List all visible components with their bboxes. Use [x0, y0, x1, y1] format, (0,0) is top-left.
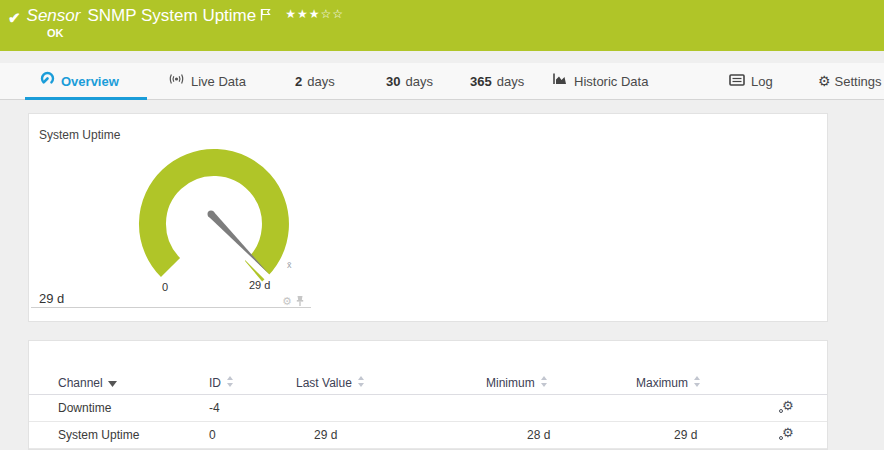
- object-kind-label: Sensor: [27, 6, 81, 26]
- tab-bar: Overview Live Data 2days 30days 365days …: [0, 63, 884, 100]
- tab-live-data-label: Live Data: [191, 74, 246, 89]
- tab-365-days[interactable]: 365days: [470, 63, 524, 100]
- channel-settings-icon[interactable]: ⚙: [779, 428, 795, 443]
- uptime-gauge-chart: [29, 114, 349, 314]
- cell-id: 0: [209, 428, 296, 442]
- sort-icon: [540, 375, 548, 391]
- tab-365-days-label: days: [497, 74, 524, 89]
- broadcast-icon: [168, 63, 185, 100]
- gauge-pin-icon[interactable]: [295, 295, 305, 309]
- cell-minimum: 28 d: [486, 428, 636, 442]
- chart-icon: [552, 63, 568, 100]
- column-header-channel-label: Channel: [58, 376, 103, 390]
- tab-settings[interactable]: ⚙Settings: [818, 63, 882, 100]
- tab-30-days-number: 30: [386, 74, 400, 89]
- status-check-icon: ✔: [8, 9, 21, 27]
- tab-2-days[interactable]: 2days: [295, 63, 335, 100]
- sort-icon: [357, 375, 365, 391]
- active-tab-indicator: [25, 97, 147, 100]
- flag-icon[interactable]: [260, 7, 271, 25]
- tab-historic-data-label: Historic Data: [574, 74, 648, 89]
- table-row[interactable]: System Uptime 0 29 d 28 d 29 d ⚙: [29, 422, 828, 449]
- gauge-scale-min: 0: [162, 281, 168, 293]
- column-header-id-label: ID: [209, 376, 221, 390]
- gauge-marker-label: x̄: [287, 260, 292, 270]
- stars-filled: ★★★: [285, 7, 320, 21]
- gauge-settings-gear-icon[interactable]: ⚙: [282, 295, 292, 309]
- cell-channel[interactable]: Downtime: [58, 401, 209, 415]
- column-header-last-value[interactable]: Last Value: [296, 375, 486, 391]
- log-icon: [729, 63, 745, 100]
- gauge-panel: System Uptime x̄ 0 29 d 29 d ⚙: [28, 113, 828, 322]
- column-header-maximum-label: Maximum: [636, 376, 688, 390]
- tab-overview[interactable]: Overview: [40, 63, 119, 100]
- tab-365-days-number: 365: [470, 74, 492, 89]
- column-header-last-value-label: Last Value: [296, 376, 352, 390]
- tab-live-data[interactable]: Live Data: [168, 63, 246, 100]
- column-header-minimum[interactable]: Minimum: [486, 375, 636, 391]
- tab-historic-data[interactable]: Historic Data: [552, 63, 648, 100]
- tab-30-days[interactable]: 30days: [386, 63, 433, 100]
- column-header-maximum[interactable]: Maximum: [636, 375, 779, 391]
- gauge-icon: [40, 63, 55, 100]
- column-header-id[interactable]: ID: [209, 375, 296, 391]
- sensor-header: ✔ Sensor SNMP System Uptime ★★★☆☆ OK: [0, 0, 884, 51]
- tab-overview-label: Overview: [61, 74, 119, 89]
- priority-star-rating[interactable]: ★★★☆☆: [285, 7, 344, 21]
- gauge-divider: [31, 307, 311, 308]
- channel-settings-icon[interactable]: ⚙: [779, 401, 795, 416]
- gauge-current-value: 29 d: [39, 291, 64, 306]
- sort-desc-icon: [108, 376, 117, 390]
- page-title: SNMP System Uptime: [87, 6, 256, 26]
- cell-maximum: 29 d: [636, 428, 779, 442]
- tab-settings-label: Settings: [835, 74, 882, 89]
- column-header-channel[interactable]: Channel: [58, 376, 209, 390]
- sort-icon: [226, 375, 234, 391]
- stars-empty: ☆☆: [321, 7, 345, 21]
- cell-id: -4: [209, 401, 296, 415]
- sort-icon: [693, 375, 701, 391]
- column-header-minimum-label: Minimum: [486, 376, 535, 390]
- tab-30-days-label: days: [405, 74, 432, 89]
- tab-log[interactable]: Log: [729, 63, 773, 100]
- cell-last-value: 29 d: [296, 428, 486, 442]
- status-badge: OK: [47, 27, 64, 39]
- cell-channel[interactable]: System Uptime: [58, 428, 209, 442]
- table-header-row: Channel ID Last Value Minimum: [29, 371, 828, 395]
- tab-log-label: Log: [751, 74, 773, 89]
- tab-2-days-label: days: [307, 74, 334, 89]
- tab-2-days-number: 2: [295, 74, 302, 89]
- channels-table: Channel ID Last Value Minimum: [29, 371, 828, 449]
- channels-panel: Channel ID Last Value Minimum: [28, 340, 828, 450]
- table-row[interactable]: Downtime -4 ⚙: [29, 395, 828, 422]
- gear-icon: ⚙: [818, 63, 831, 100]
- gauge-scale-max: 29 d: [249, 279, 270, 291]
